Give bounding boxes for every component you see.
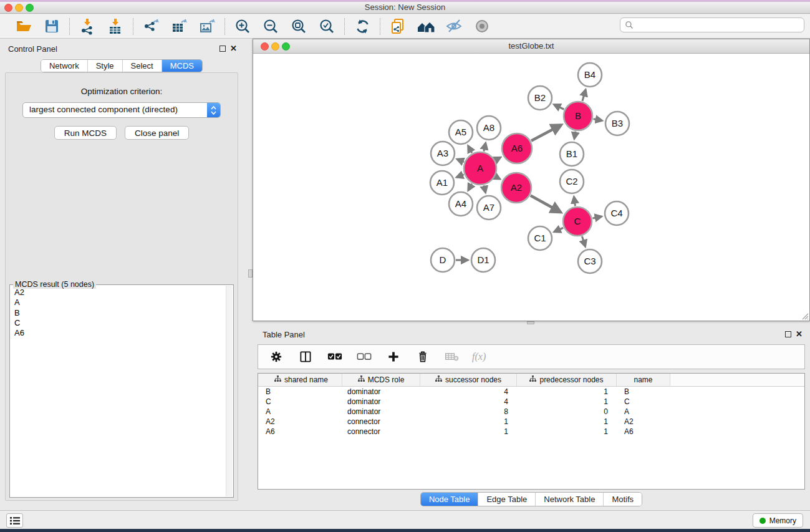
table-row[interactable]: Bdominator41B <box>258 387 804 397</box>
tab-mcds[interactable]: MCDS <box>162 60 202 72</box>
resize-grip[interactable] <box>801 312 809 320</box>
mcds-result-list[interactable]: A2ABCA6 <box>11 286 225 496</box>
show-all-button[interactable] <box>473 17 491 36</box>
tab-style[interactable]: Style <box>87 60 122 72</box>
minimize-traffic-light[interactable] <box>15 4 23 12</box>
zoom-out-button[interactable] <box>261 17 280 36</box>
tab-motifs[interactable]: Motifs <box>603 493 642 506</box>
node-C1[interactable]: C1 <box>528 226 552 250</box>
tab-edge-table[interactable]: Edge Table <box>478 493 535 506</box>
close-traffic-light[interactable] <box>4 4 12 12</box>
minimize-traffic-light[interactable] <box>271 42 279 51</box>
table-row[interactable]: Adominator80A <box>258 407 804 417</box>
edge-A-A4[interactable] <box>468 184 472 190</box>
search-field[interactable] <box>620 17 804 32</box>
export-table-button[interactable] <box>170 17 188 36</box>
task-history-button[interactable] <box>6 513 23 528</box>
table-settings-button[interactable] <box>267 347 286 366</box>
node-A2[interactable]: A2 <box>501 173 531 203</box>
node-A6[interactable]: A6 <box>502 133 532 163</box>
node-A7[interactable]: A7 <box>477 196 501 220</box>
column-header-name[interactable]: name <box>617 374 670 386</box>
node-A3[interactable]: A3 <box>431 142 455 165</box>
node-B4[interactable]: B4 <box>578 63 602 87</box>
mcds-result-item[interactable]: A6 <box>14 328 225 338</box>
edge-B-B3[interactable] <box>594 119 602 121</box>
edge-A-A5[interactable] <box>468 146 472 153</box>
edge-C-C1[interactable] <box>554 228 563 231</box>
node-table[interactable]: shared nameMCDS rolesuccessor nodesprede… <box>258 373 805 490</box>
node-D[interactable]: D <box>431 248 455 272</box>
tab-network-table[interactable]: Network Table <box>535 493 603 506</box>
export-image-button[interactable] <box>198 17 216 36</box>
node-A5[interactable]: A5 <box>449 120 473 144</box>
edge-A-A6[interactable] <box>496 157 501 160</box>
column-header-MCDS-role[interactable]: MCDS role <box>342 374 420 386</box>
delete-button[interactable] <box>413 347 432 366</box>
table-row[interactable]: A6connector11A6 <box>258 427 804 437</box>
close-panel-icon[interactable]: ✕ <box>230 44 237 54</box>
open-session-button[interactable] <box>14 17 33 36</box>
import-table-button[interactable] <box>106 17 125 36</box>
zoom-fit-button[interactable] <box>289 17 308 36</box>
edge-A6-B[interactable] <box>531 125 561 141</box>
table-row[interactable]: Cdominator41C <box>258 397 804 407</box>
zoom-traffic-light[interactable] <box>26 4 34 12</box>
node-B1[interactable]: B1 <box>560 142 584 166</box>
mcds-result-item[interactable]: B <box>14 308 225 318</box>
vertical-splitter-handle[interactable] <box>248 269 253 278</box>
node-C2[interactable]: C2 <box>560 170 584 193</box>
mcds-result-item[interactable]: C <box>14 318 225 328</box>
node-C4[interactable]: C4 <box>605 201 629 225</box>
edge-A-A3[interactable] <box>457 159 464 162</box>
node-B3[interactable]: B3 <box>605 112 629 135</box>
edge-A-A8[interactable] <box>484 143 486 151</box>
select-all-button[interactable] <box>325 347 344 366</box>
show-columns-button[interactable] <box>296 347 315 366</box>
node-D1[interactable]: D1 <box>471 248 495 272</box>
hide-selected-button[interactable] <box>445 17 463 36</box>
edge-C-C3[interactable] <box>582 236 585 246</box>
close-panel-icon[interactable]: ✕ <box>796 329 803 339</box>
mcds-result-item[interactable]: A <box>14 297 225 307</box>
mcds-result-item[interactable]: A2 <box>14 288 225 297</box>
network-canvas[interactable]: AA6A2BCA1A3A4A5A7A8B1B2B3B4C1C2C3C4DD1 <box>253 54 809 321</box>
tab-network[interactable]: Network <box>41 60 87 72</box>
column-header-predecessor-nodes[interactable]: predecessor nodes <box>517 374 617 386</box>
tab-node-table[interactable]: Node Table <box>421 493 478 506</box>
save-session-button[interactable] <box>42 17 61 36</box>
node-A1[interactable]: A1 <box>430 171 454 195</box>
import-network-button[interactable] <box>78 17 97 36</box>
zoom-traffic-light[interactable] <box>282 42 290 51</box>
edge-B-B4[interactable] <box>582 90 586 101</box>
edge-A-A7[interactable] <box>484 185 486 192</box>
edge-A-A2[interactable] <box>496 177 500 179</box>
node-A[interactable]: A <box>464 152 496 185</box>
close-traffic-light[interactable] <box>261 42 269 51</box>
tab-select[interactable]: Select <box>122 60 162 72</box>
export-network-button[interactable] <box>142 17 160 36</box>
table-row[interactable]: A2connector11A2 <box>258 417 804 427</box>
run-mcds-button[interactable]: Run MCDS <box>54 126 117 140</box>
network-view-window[interactable]: testGlobe.txt AA6A2BCA1A3A4A5A7A8B1B2B3B… <box>253 39 810 321</box>
float-panel-icon[interactable] <box>785 331 791 337</box>
function-builder-button[interactable]: f(x) <box>472 347 486 366</box>
close-panel-button[interactable]: Close panel <box>125 126 189 140</box>
edge-B-B2[interactable] <box>554 105 564 110</box>
node-B[interactable]: B <box>564 102 592 130</box>
edge-A2-C[interactable] <box>531 196 561 212</box>
destroy-table-button[interactable] <box>443 347 461 366</box>
column-header-successor-nodes[interactable]: successor nodes <box>420 374 517 386</box>
edge-C-C2[interactable] <box>574 197 575 206</box>
zoom-selected-button[interactable] <box>317 17 336 36</box>
float-panel-icon[interactable] <box>219 46 226 52</box>
node-A8[interactable]: A8 <box>477 116 501 140</box>
node-B2[interactable]: B2 <box>528 86 552 110</box>
home-first-neighbors-button[interactable] <box>417 17 435 36</box>
edge-C-C4[interactable] <box>592 216 601 218</box>
search-input[interactable] <box>637 19 804 31</box>
copy-style-button[interactable] <box>388 17 407 36</box>
list-scrollbar[interactable] <box>226 286 233 496</box>
node-A4[interactable]: A4 <box>449 192 473 216</box>
refresh-button[interactable] <box>353 17 372 36</box>
